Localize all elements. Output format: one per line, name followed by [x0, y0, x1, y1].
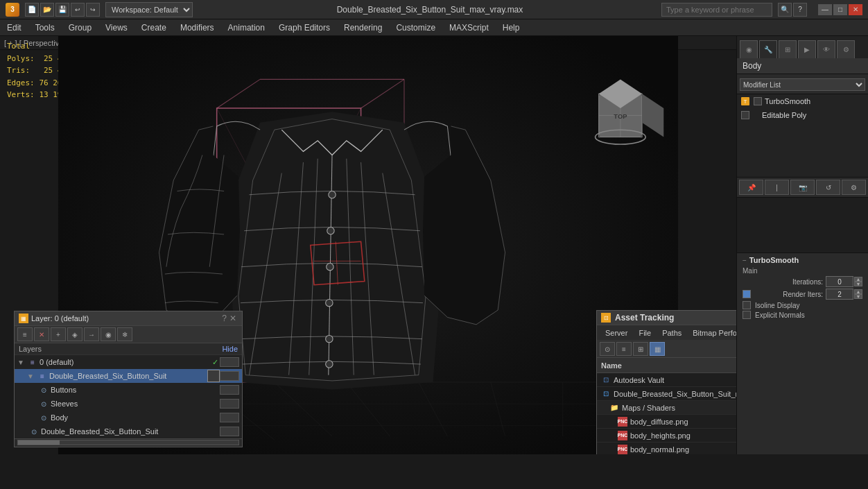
layer-item-sleeves[interactable]: ⊙ Sleeves — [15, 397, 242, 411]
layer-tool-new[interactable]: ≡ — [17, 327, 33, 341]
png-icon-normal: PNC — [618, 445, 627, 454]
menu-tools[interactable]: Tools — [28, 19, 62, 35]
layer-panel-titlebar: ▦ Layer: 0 (default) ? ✕ — [15, 311, 242, 326]
tab-motion[interactable]: ▶ — [798, 40, 816, 58]
iterations-down[interactable]: ▼ — [854, 282, 862, 286]
menu-modifiers[interactable]: Modifiers — [173, 19, 221, 35]
tab-display-props[interactable]: 👁 — [817, 40, 835, 58]
layer-item-suit2[interactable]: ⊙ Double_Breasted_Six_Button_Suit — [15, 424, 242, 438]
tab-utilities[interactable]: ⚙ — [837, 40, 855, 58]
menu-customize[interactable]: Customize — [389, 19, 442, 35]
asset-tool-btn4[interactable]: ▦ — [650, 342, 665, 356]
layer-box-suit[interactable] — [207, 370, 220, 382]
asset-row-maxfile[interactable]: ⊡ Double_Breasted_Six_Button_Suit_max_vr… — [597, 387, 736, 401]
asset-row-heights[interactable]: PNC body_heights.png Found — [597, 429, 736, 443]
asset-panel-title: Asset Tracking — [615, 313, 736, 323]
explicit-normals-checkbox[interactable] — [743, 311, 751, 319]
menu-maxscript[interactable]: MAXScript — [442, 19, 496, 35]
mod-camera-btn[interactable]: 📷 — [790, 180, 815, 195]
maximize-button[interactable]: □ — [833, 4, 847, 15]
layer-tool-move-to[interactable]: → — [84, 327, 99, 341]
menu-group[interactable]: Group — [62, 19, 98, 35]
layer-list: ▼ ≡ 0 (default) ✓ ▼ ≡ Double_Breasted_Si… — [15, 355, 242, 438]
iterations-input[interactable] — [826, 276, 853, 287]
layer-tool-delete[interactable]: ✕ — [34, 327, 49, 341]
svg-point-30 — [326, 335, 333, 342]
asset-name-diffuse: body_diffuse.png — [630, 418, 736, 426]
layer-help-button[interactable]: ? — [220, 314, 228, 323]
layer-options-suit[interactable] — [220, 371, 239, 381]
render-iters-checkbox[interactable] — [743, 290, 751, 298]
layer-options-buttons[interactable] — [220, 385, 239, 395]
save-btn[interactable]: 💾 — [55, 3, 69, 17]
mod-pin-btn[interactable]: 📌 — [739, 180, 763, 195]
menu-edit[interactable]: Edit — [0, 19, 28, 35]
mod-line-btn[interactable]: | — [765, 180, 789, 195]
isoline-checkbox[interactable] — [743, 301, 751, 309]
modifier-turbosmooth-checkbox[interactable] — [754, 97, 762, 105]
col-hide-label: Hide — [222, 345, 238, 353]
modifier-list-dropdown[interactable]: Modifier List — [740, 78, 865, 91]
layer-options-body[interactable] — [220, 413, 239, 422]
modifier-editable-poly[interactable]: Editable Poly — [737, 108, 868, 122]
menu-create[interactable]: Create — [134, 19, 173, 35]
tab-modify[interactable]: 🔧 — [759, 40, 777, 58]
workspace-selector[interactable]: Workspace: Default — [105, 2, 193, 17]
menu-views[interactable]: Views — [98, 19, 134, 35]
asset-row-normal[interactable]: PNC body_normal.png Found — [597, 443, 736, 454]
iterations-up[interactable]: ▲ — [854, 277, 862, 282]
new-btn[interactable]: 📄 — [25, 3, 39, 17]
layer-expand-suit[interactable]: ▼ — [27, 372, 35, 380]
layer-tool-select-obj[interactable]: ◈ — [67, 327, 83, 341]
asset-tool-btn1[interactable]: ⊙ — [600, 342, 615, 356]
render-iters-down[interactable]: ▼ — [854, 294, 862, 299]
turbosmooth-toggle[interactable]: − — [743, 257, 747, 264]
layer-scrollbar[interactable] — [15, 438, 242, 447]
layer-item-body[interactable]: ⊙ Body — [15, 411, 242, 424]
minimize-button[interactable]: — — [818, 4, 832, 15]
layer-options-default[interactable] — [220, 357, 239, 367]
tab-display[interactable]: ◉ — [740, 40, 758, 58]
layer-scroll-thumb[interactable] — [18, 440, 60, 445]
layer-close-button[interactable]: ✕ — [228, 314, 238, 323]
redo-btn[interactable]: ↪ — [86, 3, 100, 17]
layer-item-buttons[interactable]: ⊙ Buttons — [15, 383, 242, 397]
mod-reset-btn[interactable]: ↺ — [816, 180, 840, 195]
asset-row-vault[interactable]: ⊡ Autodesk Vault Logged Ou... — [597, 373, 736, 387]
asset-menu-bitmap[interactable]: Bitmap Performance and Memory — [687, 325, 736, 340]
asset-row-diffuse[interactable]: PNC body_diffuse.png Found — [597, 415, 736, 429]
layer-options-sleeves[interactable] — [220, 399, 239, 409]
search-input[interactable] — [661, 3, 772, 17]
layer-item-default[interactable]: ▼ ≡ 0 (default) ✓ — [15, 355, 242, 369]
menu-rendering[interactable]: Rendering — [337, 19, 389, 35]
menu-graph-editors[interactable]: Graph Editors — [272, 19, 337, 35]
modifier-editable-poly-checkbox[interactable] — [741, 111, 749, 119]
tab-hierarchy[interactable]: ⊞ — [779, 40, 797, 58]
viewport[interactable]: [ + ] [ Perspective ] [ Shaded + Edged F… — [0, 36, 736, 454]
undo-btn[interactable]: ↩ — [71, 3, 85, 17]
mod-settings-btn[interactable]: ⚙ — [842, 180, 866, 195]
layer-tool-highlight[interactable]: ◉ — [101, 327, 116, 341]
layer-options-suit2[interactable] — [220, 427, 239, 436]
render-iters-input[interactable] — [826, 289, 853, 300]
layer-tool-add[interactable]: + — [51, 327, 66, 341]
menu-animation[interactable]: Animation — [221, 19, 272, 35]
open-btn[interactable]: 📂 — [40, 3, 54, 17]
asset-tool-btn3[interactable]: ⊞ — [633, 342, 648, 356]
col-layers-label: Layers — [19, 345, 222, 353]
layer-tool-freeze[interactable]: ❄ — [117, 327, 132, 341]
layer-name-default: 0 (default) — [40, 358, 210, 366]
modifier-turbosmooth[interactable]: T TurboSmooth — [737, 94, 868, 108]
asset-menu-paths[interactable]: Paths — [657, 325, 687, 340]
help-icon-btn[interactable]: ? — [793, 3, 807, 17]
layer-item-suit[interactable]: ▼ ≡ Double_Breasted_Six_Button_Suit — [15, 369, 242, 383]
search-icon-btn[interactable]: 🔍 — [778, 3, 792, 17]
render-iters-up[interactable]: ▲ — [854, 289, 862, 294]
menu-help[interactable]: Help — [496, 19, 527, 35]
layer-expand-default[interactable]: ▼ — [17, 359, 26, 366]
close-button[interactable]: ✕ — [849, 4, 862, 15]
asset-menu-server[interactable]: Server — [600, 325, 633, 340]
asset-row-maps[interactable]: 📁 Maps / Shaders — [597, 401, 736, 415]
asset-tool-btn2[interactable]: ≡ — [616, 342, 632, 356]
asset-menu-file[interactable]: File — [633, 325, 657, 340]
